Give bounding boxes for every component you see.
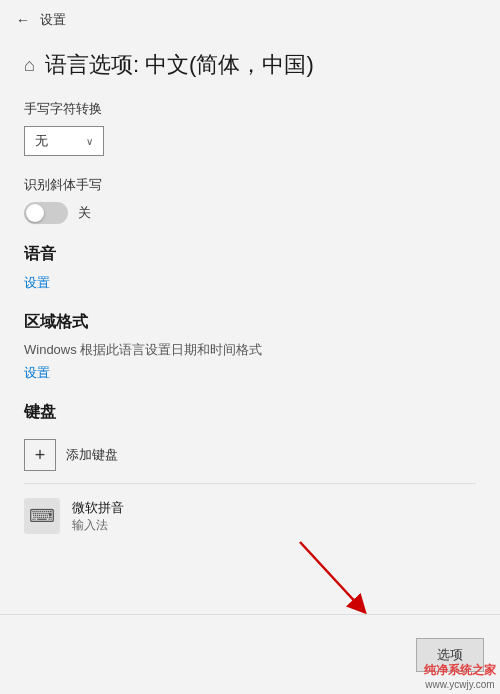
toggle-knob: [26, 204, 44, 222]
dropdown-value: 无: [35, 132, 48, 150]
italic-toggle-label: 识别斜体手写: [24, 176, 476, 194]
regional-description: Windows 根据此语言设置日期和时间格式: [24, 341, 476, 359]
watermark-line2: www.ycwjy.com: [424, 679, 496, 690]
title-bar-text: 设置: [40, 11, 66, 29]
watermark-line1: 纯净系统之家: [424, 662, 496, 679]
page-header: ⌂ 语言选项: 中文(简体，中国): [24, 50, 476, 80]
ime-info: 微软拼音 输入法: [72, 499, 124, 534]
add-keyboard-row[interactable]: + 添加键盘: [24, 431, 476, 479]
toggle-row: 关: [24, 202, 476, 224]
plus-icon: +: [24, 439, 56, 471]
handwriting-section: 手写字符转换 无 ∨: [24, 100, 476, 156]
regional-section-title: 区域格式: [24, 312, 476, 333]
keyboard-section: 键盘 + 添加键盘 ⌨ 微软拼音 输入法: [24, 402, 476, 544]
keyboard-section-title: 键盘: [24, 402, 476, 423]
speech-settings-link[interactable]: 设置: [24, 275, 50, 290]
speech-section-title: 语音: [24, 244, 476, 265]
regional-section: 区域格式 Windows 根据此语言设置日期和时间格式 设置: [24, 312, 476, 382]
watermark: 纯净系统之家 www.ycwjy.com: [424, 662, 496, 690]
toggle-state-label: 关: [78, 204, 91, 222]
ime-sub: 输入法: [72, 517, 124, 534]
title-bar: ← 设置: [0, 0, 500, 40]
italic-toggle[interactable]: [24, 202, 68, 224]
ime-name: 微软拼音: [72, 499, 124, 517]
italic-toggle-section: 识别斜体手写 关: [24, 176, 476, 224]
handwriting-label: 手写字符转换: [24, 100, 476, 118]
chevron-down-icon: ∨: [86, 136, 93, 147]
add-keyboard-label: 添加键盘: [66, 446, 118, 464]
main-content: ⌂ 语言选项: 中文(简体，中国) 手写字符转换 无 ∨ 识别斜体手写 关 语音…: [0, 40, 500, 584]
ime-icon: ⌨: [24, 498, 60, 534]
regional-settings-link[interactable]: 设置: [24, 365, 50, 380]
divider: [24, 483, 476, 484]
ime-row: ⌨ 微软拼音 输入法: [24, 488, 476, 544]
home-icon: ⌂: [24, 55, 35, 76]
handwriting-dropdown[interactable]: 无 ∨: [24, 126, 104, 156]
page-title: 语言选项: 中文(简体，中国): [45, 50, 314, 80]
speech-section: 语音 设置: [24, 244, 476, 292]
back-button[interactable]: ←: [16, 12, 30, 28]
